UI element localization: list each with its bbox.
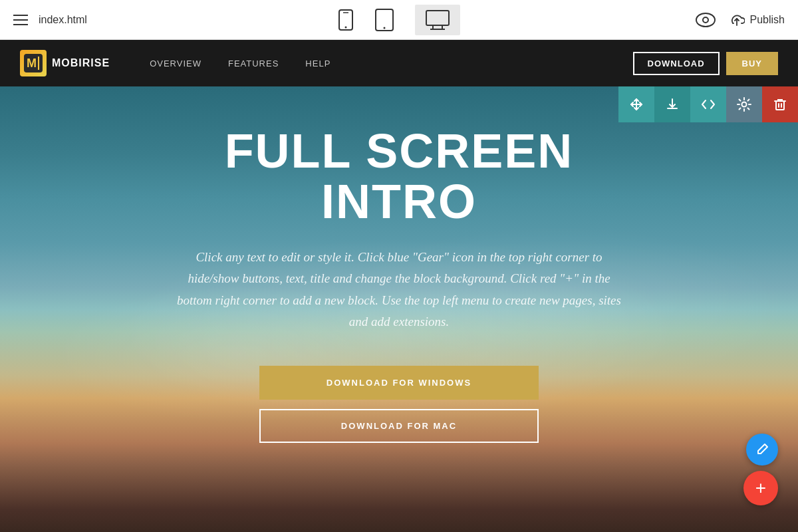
nav-download-button[interactable]: DOWNLOAD [633, 52, 720, 75]
nav-features[interactable]: FEATURES [228, 59, 279, 68]
publish-button[interactable]: Publish [729, 14, 785, 26]
hero-section: FULL SCREEN INTRO Click any text to edit… [0, 86, 798, 532]
device-switcher [338, 5, 460, 35]
svg-text:M: M [27, 57, 37, 70]
svg-point-10 [703, 17, 708, 23]
block-code-button[interactable] [690, 86, 726, 122]
preview-area: M MOBIRISE OVERVIEW FEATURES HELP DOWNLO… [0, 40, 798, 532]
svg-point-1 [345, 26, 347, 28]
logo-icon: M [20, 50, 47, 76]
svg-point-4 [384, 27, 386, 29]
fab-add-button[interactable]: + [743, 471, 778, 505]
pencil-icon [755, 443, 769, 456]
block-save-button[interactable] [654, 86, 690, 122]
file-name: index.html [39, 14, 87, 26]
svg-point-9 [696, 13, 715, 27]
svg-rect-5 [426, 11, 449, 25]
svg-point-15 [742, 102, 747, 107]
block-settings-button[interactable] [726, 86, 762, 122]
block-move-button[interactable] [618, 86, 654, 122]
cloud-upload-icon [729, 14, 745, 26]
mobirise-logo: M MOBIRISE [20, 50, 110, 76]
mobile-view-button[interactable] [338, 9, 354, 31]
nav-overview[interactable]: OVERVIEW [150, 59, 201, 68]
brand-name: MOBIRISE [52, 57, 110, 69]
block-delete-button[interactable] [762, 86, 798, 122]
tablet-view-button[interactable] [375, 9, 394, 31]
hamburger-menu[interactable] [13, 15, 28, 25]
top-bar-left: index.html [13, 14, 87, 26]
desktop-view-button[interactable] [415, 5, 460, 35]
preview-button[interactable] [696, 13, 716, 27]
publish-label: Publish [750, 14, 785, 26]
top-bar-right: Publish [696, 13, 785, 27]
hero-download-mac-button[interactable]: DOWNLOAD FOR MAC [259, 409, 539, 443]
hero-subtitle[interactable]: Click any text to edit or style it. Clic… [173, 247, 625, 332]
hero-download-windows-button[interactable]: DOWNLOAD FOR WINDOWS [259, 366, 539, 400]
nav-buy-button[interactable]: BUY [726, 52, 778, 75]
nav-links: OVERVIEW FEATURES HELP [150, 59, 632, 68]
svg-rect-16 [776, 101, 784, 110]
block-controls [618, 86, 798, 122]
hero-title[interactable]: FULL SCREEN INTRO [225, 126, 574, 227]
nav-help[interactable]: HELP [305, 59, 331, 68]
fab-edit-button[interactable] [746, 434, 778, 466]
mobirise-nav: M MOBIRISE OVERVIEW FEATURES HELP DOWNLO… [0, 40, 798, 86]
top-bar: index.html [0, 0, 798, 40]
